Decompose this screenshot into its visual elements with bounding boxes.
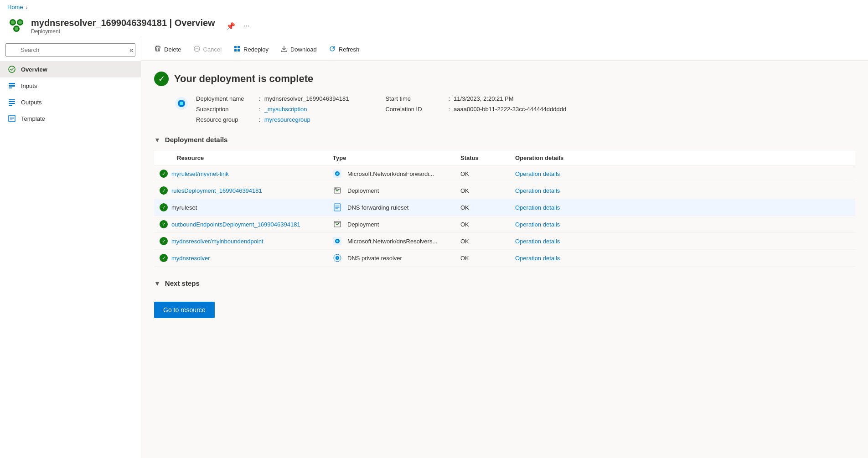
deployment-info: Deployment name : mydnsresolver_16990463…	[174, 95, 855, 123]
resource-link[interactable]: mydnsresolver/myinboundendpoint	[171, 238, 264, 245]
sidebar: 🔍 « Overview	[0, 39, 141, 458]
table-row: ✓ mydnsresolver DNS private resolver OKO…	[154, 250, 855, 267]
resource-title: mydnsresolver_1699046394181 | Overview	[31, 18, 215, 28]
outputs-icon	[7, 98, 16, 107]
type-label: DNS forwarding ruleset	[347, 204, 408, 211]
svg-point-22	[180, 102, 183, 105]
refresh-button[interactable]: Refresh	[323, 42, 365, 57]
status-header: ✓ Your deployment is complete	[154, 72, 855, 86]
sidebar-collapse-button[interactable]: «	[128, 44, 135, 56]
operation-details-link[interactable]: Operation details	[515, 221, 560, 228]
redeploy-button[interactable]: Redeploy	[228, 42, 274, 57]
row-status-icon: ✓	[160, 170, 168, 178]
svg-point-32	[336, 222, 337, 223]
svg-rect-30	[334, 221, 341, 227]
table-row: ✓ outboundEndpointsDeployment_1699046394…	[154, 216, 855, 233]
deployment-icon	[174, 96, 189, 111]
svg-rect-18	[234, 49, 237, 51]
status-value: OK	[460, 187, 469, 194]
cancel-label: Cancel	[203, 46, 222, 53]
sidebar-item-template[interactable]: Template	[0, 110, 141, 127]
sidebar-item-inputs[interactable]: Inputs	[0, 77, 141, 94]
sidebar-item-outputs[interactable]: Outputs	[0, 94, 141, 110]
svg-rect-16	[234, 46, 237, 48]
resource-subtitle: Deployment	[31, 28, 215, 35]
svg-rect-10	[9, 99, 15, 100]
table-row: ✓ mydnsresolver/myinboundendpoint Micros…	[154, 233, 855, 250]
search-input[interactable]	[5, 43, 135, 57]
type-icon	[333, 253, 342, 262]
operation-details-link[interactable]: Operation details	[515, 204, 560, 211]
correlation-id-row: Correlation ID : aaaa0000-bb11-2222-33cc…	[385, 106, 566, 113]
refresh-icon	[329, 45, 336, 54]
cancel-button[interactable]: Cancel	[188, 42, 227, 57]
more-options-button[interactable]: ···	[242, 21, 251, 31]
status-value: OK	[460, 170, 469, 177]
type-label: DNS private resolver	[347, 255, 402, 262]
svg-rect-26	[334, 188, 341, 193]
status-value: OK	[460, 204, 469, 211]
breadcrumb-home[interactable]: Home	[7, 4, 23, 10]
resource-group-value[interactable]: myresourcegroup	[264, 116, 310, 123]
breadcrumb-separator: ›	[26, 5, 28, 10]
cancel-icon	[193, 45, 201, 54]
row-status-icon: ✓	[160, 220, 168, 228]
type-icon	[333, 203, 342, 212]
svg-rect-8	[9, 85, 15, 87]
type-icon	[333, 169, 342, 178]
deployment-name-row: Deployment name : mydnsresolver_16990463…	[196, 95, 349, 102]
col-status: Status	[455, 151, 510, 165]
template-icon	[7, 114, 16, 123]
download-button[interactable]: Download	[275, 42, 322, 57]
operation-details-link[interactable]: Operation details	[515, 255, 560, 262]
resource-link[interactable]: rulesDeployment_1699046394181	[171, 187, 262, 194]
sidebar-item-overview[interactable]: Overview	[0, 61, 141, 77]
correlation-id-value: aaaa0000-bb11-2222-33cc-444444dddddd	[454, 106, 566, 113]
operation-details-link[interactable]: Operation details	[515, 187, 560, 194]
svg-rect-9	[9, 87, 12, 88]
delete-icon	[154, 45, 161, 54]
download-label: Download	[290, 46, 317, 53]
resource-link[interactable]: mydnsresolver	[171, 255, 210, 262]
resource-icon	[7, 17, 26, 35]
svg-point-31	[335, 222, 336, 223]
col-resource: Resource	[154, 151, 327, 165]
table-row: ✓ myruleset DNS forwarding ruleset OKOpe…	[154, 199, 855, 216]
svg-point-4	[18, 21, 22, 24]
svg-rect-13	[9, 105, 12, 106]
next-steps-header[interactable]: ▼ Next steps	[154, 279, 855, 287]
pin-button[interactable]: 📌	[224, 21, 237, 31]
type-label: Deployment	[347, 221, 379, 228]
deployment-details-header[interactable]: ▼ Deployment details	[154, 136, 855, 144]
resource-header: mydnsresolver_1699046394181 | Overview D…	[0, 14, 868, 39]
resource-title-group: mydnsresolver_1699046394181 | Overview D…	[31, 18, 215, 35]
status-success-icon: ✓	[154, 72, 169, 86]
operation-details-link[interactable]: Operation details	[515, 170, 560, 177]
delete-button[interactable]: Delete	[149, 42, 187, 57]
resource-link[interactable]: outboundEndpointsDeployment_169904639418…	[171, 221, 300, 228]
svg-rect-12	[9, 103, 15, 104]
type-icon	[333, 237, 342, 246]
delete-label: Delete	[164, 46, 181, 53]
go-to-resource-button[interactable]: Go to resource	[154, 302, 215, 318]
redeploy-label: Redeploy	[243, 46, 269, 53]
content-area: Delete Cancel	[141, 39, 868, 458]
subscription-value[interactable]: _mysubscription	[264, 106, 307, 113]
type-label: Microsoft.Network/dnsResolvers...	[347, 238, 437, 245]
svg-point-27	[335, 188, 336, 189]
row-status-icon: ✓	[160, 186, 168, 195]
deployment-table: Resource Type Status Operation details ✓…	[154, 151, 855, 267]
operation-details-link[interactable]: Operation details	[515, 238, 560, 245]
resource-link[interactable]: myruleset/myvnet-link	[171, 170, 229, 177]
start-time-label: Start time	[385, 95, 444, 102]
sidebar-nav: Overview Inputs	[0, 61, 141, 458]
info-group-left: Deployment name : mydnsresolver_16990463…	[196, 95, 349, 123]
svg-point-5	[15, 27, 18, 31]
sidebar-item-label-template: Template	[21, 115, 45, 122]
info-group-right: Start time : 11/3/2023, 2:20:21 PM Corre…	[385, 95, 566, 123]
svg-point-28	[336, 188, 337, 189]
correlation-id-label: Correlation ID	[385, 106, 444, 113]
svg-point-38	[337, 257, 338, 259]
type-label: Deployment	[347, 187, 379, 194]
resource-name: myruleset	[171, 204, 197, 211]
